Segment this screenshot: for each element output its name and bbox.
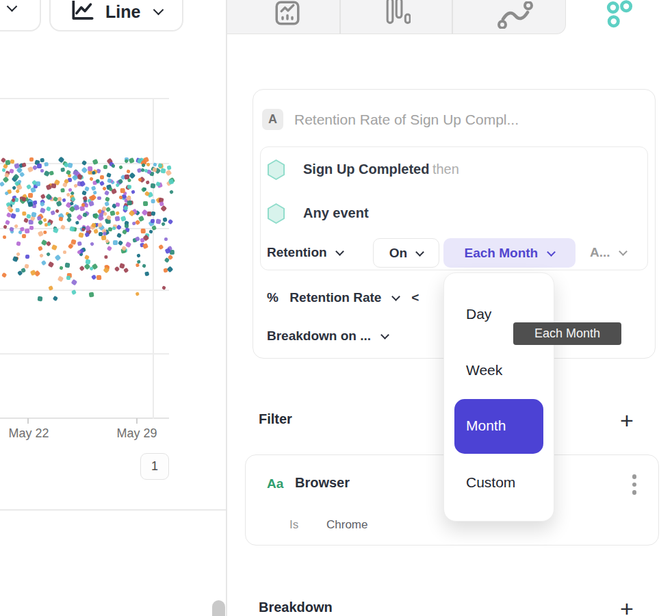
scatter-point bbox=[60, 168, 64, 172]
scatter-point bbox=[150, 219, 154, 223]
scatter-point bbox=[156, 218, 161, 224]
scatter-point bbox=[93, 229, 99, 235]
scatter-point bbox=[118, 165, 123, 170]
scatter-point bbox=[106, 172, 112, 178]
event-row[interactable]: Any event bbox=[303, 205, 369, 221]
scatter-point bbox=[53, 227, 59, 233]
tab-separator bbox=[452, 0, 453, 34]
scatter-point bbox=[141, 229, 146, 233]
event-suffix: then bbox=[432, 162, 459, 177]
filter-property-label[interactable]: Browser bbox=[295, 475, 350, 491]
scatter-point bbox=[152, 167, 157, 172]
scatter-point bbox=[0, 181, 5, 187]
scatter-point bbox=[76, 214, 82, 220]
scatter-point bbox=[54, 254, 61, 261]
scatter-point bbox=[123, 268, 129, 274]
scatter-point bbox=[144, 272, 149, 277]
x-axis-label: May 22 bbox=[0, 426, 60, 441]
scatter-point bbox=[40, 207, 46, 214]
scatter-plot bbox=[0, 0, 171, 419]
scrollbar-thumb[interactable] bbox=[212, 600, 225, 616]
scatter-point bbox=[81, 159, 87, 166]
scatter-point bbox=[161, 286, 166, 291]
scatter-point bbox=[168, 179, 174, 184]
property-type-icon: Aa bbox=[267, 476, 283, 491]
scatter-point bbox=[51, 183, 57, 188]
chevron-down-icon bbox=[335, 247, 344, 256]
scatter-point bbox=[1, 272, 8, 279]
scatter-point bbox=[99, 180, 105, 185]
scatter-point bbox=[112, 227, 116, 230]
scatter-point bbox=[104, 190, 109, 196]
interval-menu: Day Week Month Custom bbox=[443, 272, 554, 522]
kebab-menu-icon[interactable] bbox=[630, 471, 639, 498]
scatter-point bbox=[46, 252, 51, 257]
extra-label: A... bbox=[590, 245, 610, 259]
menu-item-custom[interactable]: Custom bbox=[466, 474, 515, 491]
scatter-point bbox=[135, 236, 140, 242]
chevron-down-icon bbox=[415, 248, 424, 257]
scatter-point bbox=[75, 221, 79, 226]
filter-operator[interactable]: Is bbox=[289, 518, 298, 532]
tab-bar-chart[interactable] bbox=[373, 0, 421, 31]
scatter-point bbox=[48, 261, 55, 268]
scatter-point bbox=[55, 209, 60, 214]
tab-line-chart[interactable] bbox=[260, 0, 315, 31]
extra-dropdown[interactable]: A... bbox=[590, 245, 626, 260]
query-title[interactable]: Retention Rate of Sign Up Compl... bbox=[294, 112, 636, 128]
measure-dropdown[interactable]: Retention bbox=[267, 245, 343, 260]
add-filter-button[interactable]: + bbox=[620, 410, 634, 431]
on-label: On bbox=[389, 246, 407, 260]
scatter-point bbox=[104, 255, 108, 259]
scatter-point bbox=[3, 225, 8, 230]
scatter-point bbox=[65, 263, 70, 268]
menu-item-day[interactable]: Day bbox=[466, 306, 491, 322]
breakdown-on-dropdown[interactable]: Breakdown on ... bbox=[267, 329, 388, 344]
menu-item-label: Month bbox=[466, 418, 506, 434]
scatter-point bbox=[104, 201, 109, 207]
scatter-point bbox=[51, 244, 57, 251]
event-row[interactable]: Sign Up Completed then bbox=[303, 162, 459, 177]
flow-chart-icon bbox=[497, 1, 533, 29]
scatter-point bbox=[43, 231, 47, 235]
scatter-point bbox=[37, 164, 42, 168]
tab-scatter-active[interactable] bbox=[599, 0, 640, 33]
scatter-point bbox=[21, 162, 26, 167]
scatter-point bbox=[112, 164, 116, 168]
scatter-point bbox=[59, 266, 64, 270]
scatter-point bbox=[40, 194, 46, 199]
add-breakdown-button[interactable]: + bbox=[620, 598, 634, 616]
on-dropdown[interactable]: On bbox=[373, 238, 439, 268]
menu-item-week[interactable]: Week bbox=[466, 362, 502, 378]
scatter-point bbox=[127, 179, 131, 183]
scatter-point bbox=[151, 199, 155, 203]
interval-dropdown[interactable]: Each Month bbox=[443, 238, 576, 268]
scatter-point bbox=[37, 296, 42, 301]
scatter-point bbox=[78, 232, 83, 238]
breakdown-section-title: Breakdown bbox=[259, 600, 333, 615]
scatter-point bbox=[10, 159, 14, 164]
metric-dropdown[interactable]: % Retention Rate < bbox=[267, 290, 419, 305]
scatter-point bbox=[66, 276, 70, 280]
query-badge: A bbox=[262, 109, 283, 130]
scatter-point bbox=[21, 196, 26, 201]
scatter-point bbox=[164, 238, 168, 242]
scatter-point bbox=[161, 222, 166, 227]
scatter-point bbox=[57, 276, 64, 283]
scatter-point bbox=[113, 240, 118, 245]
scatter-point bbox=[46, 241, 51, 246]
scatter-point bbox=[44, 162, 48, 166]
scatter-point bbox=[88, 201, 94, 207]
scatter-point bbox=[151, 225, 157, 231]
menu-item-month-selected[interactable]: Month bbox=[454, 399, 543, 454]
chevron-down-icon bbox=[619, 247, 628, 256]
scatter-point bbox=[50, 210, 55, 216]
scatter-point bbox=[145, 180, 150, 185]
scatter-point bbox=[88, 166, 92, 170]
tab-flow-chart[interactable] bbox=[489, 0, 541, 31]
filter-value[interactable]: Chrome bbox=[326, 518, 367, 532]
scatter-point bbox=[138, 216, 144, 222]
framed-line-chart-icon bbox=[273, 0, 302, 27]
scatter-point bbox=[142, 201, 147, 206]
pagination-page-button[interactable]: 1 bbox=[140, 453, 169, 480]
